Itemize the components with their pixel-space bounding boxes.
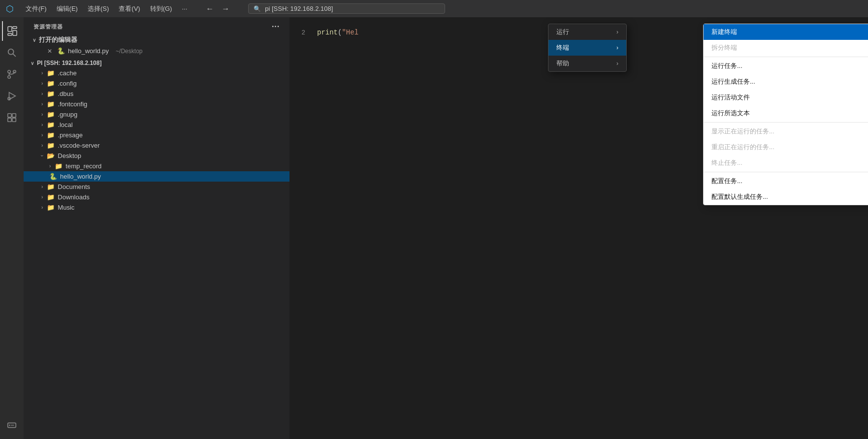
folder-chevron-vscode-server: › [41,143,43,148]
file-label-hello-world: hello_world.py [60,173,101,180]
svg-point-16 [9,425,10,426]
configure-tasks-label: 配置任务... [711,177,742,186]
submenu-item-run-build-task[interactable]: 运行生成任务... Ctrl+Shift+B [704,74,868,90]
close-file-icon[interactable]: ✕ [47,48,52,55]
svg-rect-2 [13,31,17,35]
nav-back-button[interactable]: ← [203,3,217,14]
tree-item-hello-world[interactable]: 🐍 hello_world.py [24,171,289,182]
tree-item-presage[interactable]: › 📁 .presage [24,130,289,140]
activity-source-control[interactable] [2,64,22,84]
submenu-item-run-selected-text[interactable]: 运行所选文本 [704,105,868,121]
tree-item-dbus[interactable]: › 📁 .dbus [24,89,289,99]
activity-search[interactable] [2,43,22,63]
folder-chevron-fontconfig: › [41,101,43,107]
folder-chevron-documents: › [41,184,43,189]
folder-label-downloads: Downloads [58,193,89,201]
folder-icon-music: 📁 [47,204,55,211]
split-terminal-label: 拆分终端 [711,43,737,52]
folder-label-presage: .presage [58,131,83,139]
tree-item-music[interactable]: › 📁 Music [24,202,289,213]
sidebar: 资源管理器 ··· ∨ 打开的编辑器 ✕ 🐍 hello_world.py ~/… [24,17,289,439]
menu-help-label: 帮助 [556,59,569,68]
configure-default-build-label: 配置默认生成任务... [711,192,768,201]
tree-item-config[interactable]: › 📁 .config [24,78,289,89]
nav-forward-button[interactable]: → [219,3,232,14]
submenu-item-configure-default-build[interactable]: 配置默认生成任务... [704,189,868,205]
python-file-icon: 🐍 [57,47,65,55]
folder-icon-downloads: 📁 [47,193,55,201]
menu-item-run[interactable]: 运行 › [548,24,626,40]
terminal-submenu[interactable]: 新建终端 Ctrl+Shift+` 拆分终端 Ctrl+Shift+5 运行任务… [703,24,868,205]
restart-running-tasks-label: 重启正在运行的任务... [711,143,774,152]
editor-area: 2 print("Hel 运行 › 终端 › 帮助 › [289,17,868,439]
code-print-func: print [317,27,338,38]
tree-item-downloads[interactable]: › 📁 Downloads [24,192,289,202]
menu-edit[interactable]: 编辑(E) [53,3,82,15]
folder-label-fontconfig: .fontconfig [58,100,87,108]
activity-explorer[interactable] [2,21,22,41]
sidebar-content: ∨ 打开的编辑器 ✕ 🐍 hello_world.py ~/Desktop ∨ … [24,34,289,439]
folder-icon-gnupg: 📁 [47,111,55,118]
folder-label-music: Music [58,204,74,211]
folder-chevron-dbus: › [41,91,43,96]
submenu-item-new-terminal[interactable]: 新建终端 Ctrl+Shift+` [704,24,868,40]
title-search-bar[interactable]: 🔍 pi [SSH: 192.168.2.108] [248,3,445,14]
python-icon-hello-world: 🐍 [49,173,57,180]
folder-chevron-music: › [41,205,43,210]
folder-label-config: .config [58,80,76,87]
svg-rect-14 [12,118,16,122]
submenu-item-show-running-tasks[interactable]: 显示正在运行的任务... [704,124,868,139]
run-build-task-label: 运行生成任务... [711,77,755,86]
svg-point-6 [8,70,11,73]
folder-icon-dbus: 📁 [47,90,55,97]
tree-item-vscode-server[interactable]: › 📁 .vscode-server [24,140,289,151]
svg-point-7 [8,76,11,79]
menu-select[interactable]: 选择(S) [84,3,113,15]
tree-item-fontconfig[interactable]: › 📁 .fontconfig [24,99,289,109]
svg-rect-3 [8,33,12,35]
folder-label-gnupg: .gnupg [58,111,77,118]
run-active-file-label: 运行活动文件 [711,93,750,102]
submenu-item-run-task[interactable]: 运行任务... [704,58,868,74]
menu-item-terminal[interactable]: 终端 › [548,40,626,56]
tree-item-documents[interactable]: › 📁 Documents [24,182,289,192]
open-editor-item[interactable]: ✕ 🐍 hello_world.py ~/Desktop [24,46,289,56]
menu-file[interactable]: 文件(F) [22,3,51,15]
activity-remote[interactable] [2,415,22,435]
svg-rect-11 [8,114,11,117]
tree-item-local[interactable]: › 📁 .local [24,120,289,130]
tree-item-desktop[interactable]: › 📂 Desktop [24,151,289,161]
folder-icon-cache: 📁 [47,69,55,77]
tree-item-gnupg[interactable]: › 📁 .gnupg [24,109,289,120]
first-level-menu[interactable]: 运行 › 终端 › 帮助 › [548,24,627,72]
folder-chevron-desktop: › [39,155,45,157]
submenu-item-terminate-task[interactable]: 终止任务... [704,155,868,171]
run-task-label: 运行任务... [711,62,742,70]
activity-run-debug[interactable] [2,86,22,106]
open-editors-section[interactable]: ∨ 打开的编辑器 [24,34,289,46]
menu-goto[interactable]: 转到(G) [146,3,176,15]
activity-extensions[interactable] [2,108,22,127]
vscode-logo-icon: ⬡ [6,3,14,14]
svg-marker-9 [9,93,16,100]
open-editors-chevron: ∨ [32,37,36,43]
folder-icon-temp-record: 📁 [55,162,63,170]
sidebar-more-button[interactable]: ··· [272,22,280,31]
search-icon: 🔍 [254,5,261,12]
menu-item-help[interactable]: 帮助 › [548,56,626,71]
explorer-section[interactable]: ∨ PI [SSH: 192.168.2.108] [24,58,289,68]
svg-rect-0 [8,27,12,31]
submenu-item-restart-running-tasks[interactable]: 重启正在运行的任务... [704,139,868,155]
folder-label-cache: .cache [58,69,76,77]
tree-item-temp-record[interactable]: › 📁 temp_record [24,161,289,171]
folder-icon-config: 📁 [47,80,55,87]
menu-run-label: 运行 [556,28,569,36]
submenu-item-split-terminal[interactable]: 拆分终端 Ctrl+Shift+5 [704,40,868,56]
help-arrow-icon: › [616,60,618,67]
menu-more[interactable]: ··· [178,3,191,14]
submenu-item-run-active-file[interactable]: 运行活动文件 [704,90,868,105]
menu-view[interactable]: 查看(V) [115,3,144,15]
folder-icon-fontconfig: 📁 [47,100,55,108]
tree-item-cache[interactable]: › 📁 .cache [24,68,289,78]
submenu-item-configure-tasks[interactable]: 配置任务... [704,173,868,189]
